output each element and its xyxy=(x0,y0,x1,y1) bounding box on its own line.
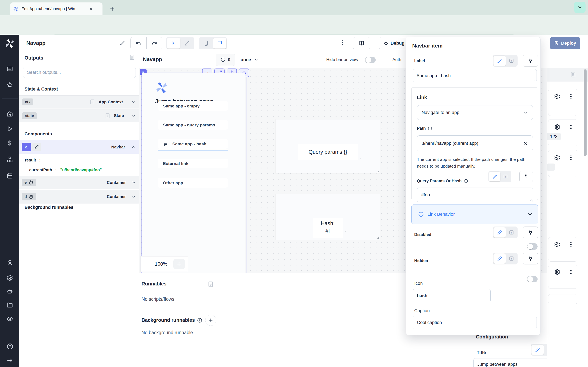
link-behavior-collapsible[interactable]: Link Behavior xyxy=(411,205,538,224)
mobile-view-icon[interactable] xyxy=(200,38,213,49)
function-icon[interactable]: f xyxy=(506,253,517,264)
resize-handle-icon[interactable] xyxy=(358,156,361,160)
variables-icon[interactable] xyxy=(7,140,13,146)
function-icon[interactable]: f xyxy=(506,56,517,66)
edit-title-pencil-icon[interactable] xyxy=(120,40,125,46)
doc-icon[interactable] xyxy=(89,99,95,105)
ctx-row[interactable]: ctx App Context xyxy=(19,95,139,108)
collapse-arrow-icon[interactable] xyxy=(7,357,13,364)
help-icon[interactable] xyxy=(7,343,13,350)
scrollbar-thumb[interactable] xyxy=(584,69,587,156)
windmill-logo[interactable] xyxy=(4,38,15,49)
tab-close-icon[interactable] xyxy=(89,7,93,11)
nav-item-empty[interactable]: Same app - empty xyxy=(158,101,228,111)
schedules-icon[interactable] xyxy=(7,173,13,179)
function-icon[interactable]: f xyxy=(501,172,510,182)
hash-container[interactable]: Hash: #f xyxy=(276,194,380,240)
component-card[interactable] xyxy=(548,237,577,262)
audit-eye-icon[interactable] xyxy=(7,316,13,322)
component-card[interactable] xyxy=(548,89,577,116)
book-icon[interactable] xyxy=(570,71,576,78)
resize-handle-icon[interactable] xyxy=(376,169,379,173)
state-row[interactable]: state State xyxy=(19,109,139,122)
docs-button[interactable] xyxy=(353,37,370,49)
disabled-toggle[interactable] xyxy=(527,243,537,250)
static-pencil-icon[interactable] xyxy=(493,227,506,238)
card-drag-handle-icon[interactable] xyxy=(568,269,574,275)
component-card[interactable] xyxy=(548,265,577,289)
path-input[interactable]: u/henri/navapp (current app) xyxy=(417,135,533,151)
folders-icon[interactable] xyxy=(7,302,13,308)
container-e-row[interactable]: e Container xyxy=(19,176,139,189)
connect-plug-icon[interactable] xyxy=(523,253,538,264)
nav-item-other-app[interactable]: Other app xyxy=(158,178,228,188)
zoom-in-icon[interactable] xyxy=(173,259,185,269)
doc-icon[interactable] xyxy=(105,113,111,119)
nav-item-external-link[interactable]: External link xyxy=(158,159,228,168)
connect-plug-icon[interactable] xyxy=(523,55,538,67)
settings-gear-icon[interactable] xyxy=(7,275,13,281)
fullwidth-icon[interactable] xyxy=(181,38,194,49)
nav-item-hash[interactable]: Same app - hash xyxy=(158,139,228,149)
chevron-down-icon[interactable] xyxy=(131,180,136,185)
container-d-row[interactable]: d Container xyxy=(19,190,139,203)
navbar-preview[interactable]: Jump between apps Same app - empty Same … xyxy=(142,73,245,273)
textarea-resize-icon[interactable] xyxy=(532,77,536,81)
hash-text[interactable]: Hash: #f xyxy=(313,218,343,238)
tab-search-button[interactable] xyxy=(574,2,586,13)
search-outputs-input[interactable]: Search outputs... xyxy=(23,67,136,78)
resize-handle-icon[interactable] xyxy=(343,229,347,232)
runnables-doc-icon[interactable] xyxy=(208,281,214,287)
outputs-doc-icon[interactable] xyxy=(129,54,135,60)
card-drag-handle-icon[interactable] xyxy=(568,93,574,100)
apps-icon[interactable] xyxy=(7,66,13,72)
static-pencil-icon[interactable] xyxy=(531,345,544,355)
debug-button[interactable]: Debug xyxy=(379,37,409,49)
static-pencil-icon[interactable] xyxy=(493,56,506,66)
clear-x-icon[interactable] xyxy=(522,141,528,146)
run-mode-select[interactable]: once xyxy=(241,54,259,66)
card-settings-gear-icon[interactable] xyxy=(554,93,560,100)
card-settings-gear-icon[interactable] xyxy=(554,124,560,130)
edit-id-pencil-icon[interactable] xyxy=(32,143,41,151)
static-pencil-icon[interactable] xyxy=(489,172,500,182)
zoom-out-icon[interactable] xyxy=(144,261,149,267)
more-menu-icon[interactable] xyxy=(339,40,346,46)
home-icon[interactable] xyxy=(7,110,13,117)
resources-icon[interactable] xyxy=(7,156,13,163)
connect-plug-icon[interactable] xyxy=(519,171,533,182)
favorites-star-icon[interactable] xyxy=(7,82,13,88)
card-settings-gear-icon[interactable] xyxy=(554,155,560,161)
function-icon[interactable]: f xyxy=(506,227,517,238)
sidebar-input-stub[interactable] xyxy=(548,294,577,304)
card-settings-gear-icon[interactable] xyxy=(554,269,560,275)
card-drag-handle-icon[interactable] xyxy=(568,124,574,130)
resize-handle-icon[interactable] xyxy=(376,236,379,239)
card-settings-gear-icon[interactable] xyxy=(554,242,560,248)
browser-tab[interactable]: Edit App u/henri/navapp | Win xyxy=(10,2,103,15)
new-tab-button[interactable] xyxy=(109,6,115,12)
add-background-runnable-button[interactable] xyxy=(205,315,216,326)
center-canvas-icon[interactable] xyxy=(167,38,180,49)
nav-item-query-params[interactable]: Same app - query params xyxy=(158,120,228,130)
caption-input[interactable]: Cool caption xyxy=(413,316,537,329)
query-params-container[interactable]: Query params {} xyxy=(276,119,380,173)
textarea-resize-icon[interactable] xyxy=(528,198,532,201)
runs-icon[interactable] xyxy=(7,125,13,132)
link-type-select[interactable]: Navigate to an app xyxy=(417,105,533,120)
workers-bot-icon[interactable] xyxy=(7,288,13,295)
users-icon[interactable] xyxy=(7,259,13,266)
undo-icon[interactable] xyxy=(131,37,147,49)
component-card[interactable]: 123 xyxy=(548,119,577,146)
hide-bar-toggle[interactable] xyxy=(365,57,376,63)
component-card[interactable] xyxy=(548,150,577,177)
hidden-toggle[interactable] xyxy=(527,276,537,282)
card-drag-handle-icon[interactable] xyxy=(568,242,574,248)
chevron-down-icon[interactable] xyxy=(131,194,136,199)
chevron-down-icon[interactable] xyxy=(131,113,136,118)
navbar-component-row[interactable]: a Navbar xyxy=(19,140,139,154)
redo-icon[interactable] xyxy=(147,37,162,49)
query-textarea[interactable]: #foo xyxy=(417,188,533,202)
label-textarea[interactable]: Same app - hash xyxy=(413,69,537,82)
icon-input[interactable]: hash xyxy=(413,289,491,302)
